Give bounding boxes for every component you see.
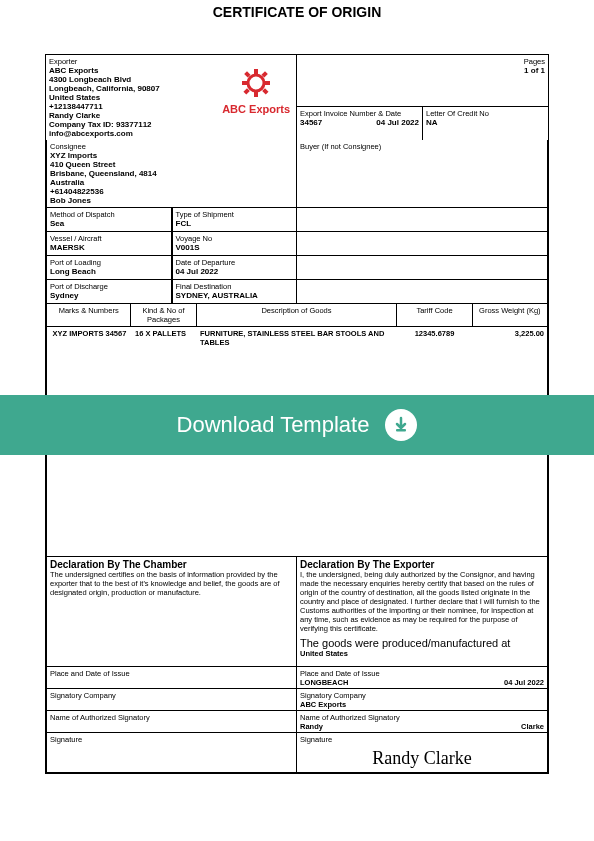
exporter-decl-body: I, the undersigned, being duly authorize…	[300, 570, 544, 633]
sigco-label-r: Signatory Company	[300, 691, 544, 700]
buyer-cell: Buyer (If not Consignee)	[297, 140, 548, 208]
exporter-taxid: Company Tax ID: 93377112	[49, 120, 293, 129]
consignee-label: Consignee	[50, 142, 293, 151]
chamber-body: The undersigned certifies on the basis o…	[50, 570, 293, 597]
voyage-label: Voyage No	[176, 234, 294, 243]
place-label-r: Place and Date of Issue	[300, 669, 544, 678]
place-date: 04 Jul 2022	[504, 678, 544, 687]
loc-value: NA	[426, 118, 545, 127]
col-tariff: Tariff Code	[397, 304, 472, 327]
doc-title: CERTIFICATE OF ORIGIN	[0, 0, 594, 24]
loc-label: Letter Of Credit No	[426, 109, 545, 118]
pages-value: 1 of 1	[300, 66, 545, 75]
pol-value: Long Beach	[50, 267, 168, 276]
invoice-number: 34567	[300, 118, 322, 127]
dispatch-label: Method of Dispatch	[50, 210, 168, 219]
pod-label: Port of Discharge	[50, 282, 168, 291]
line-desc: FURNITURE, STAINLESS STEEL BAR STOOLS AN…	[197, 327, 397, 349]
svg-rect-2	[254, 91, 258, 97]
auth-label-r: Name of Authorized Signatory	[300, 713, 544, 722]
dod-cell: Date of Departure 04 Jul 2022	[172, 256, 298, 280]
col-marks: Marks & Numbers	[46, 304, 131, 327]
exporter-declaration: Declaration By The Exporter I, the under…	[297, 557, 548, 667]
exporter-place-issue: Place and Date of Issue LONGBEACH 04 Jul…	[297, 667, 548, 689]
place-value: LONGBEACH	[300, 678, 348, 687]
chamber-declaration: Declaration By The Chamber The undersign…	[46, 557, 297, 667]
exporter-email: info@abcexports.com	[49, 129, 293, 138]
svg-rect-3	[242, 81, 248, 85]
banner-text: Download Template	[177, 412, 370, 438]
col-desc: Description of Goods	[197, 304, 398, 327]
dod-label: Date of Departure	[176, 258, 294, 267]
auth-first: Randy	[300, 722, 323, 731]
chamber-auth-sig: Name of Authorized Signatory	[46, 711, 297, 733]
download-icon	[385, 409, 417, 441]
pod-value: Sydney	[50, 291, 168, 300]
sigco-value: ABC Exports	[300, 700, 544, 709]
svg-rect-4	[264, 81, 270, 85]
invoice-date: 04 Jul 2022	[376, 118, 419, 127]
signature-value: Randy Clarke	[300, 744, 544, 769]
pol-label: Port of Loading	[50, 258, 168, 267]
shiptype-value: FCL	[176, 219, 294, 228]
chamber-signature: Signature	[46, 733, 297, 773]
line-weight: 3,225.00	[472, 327, 547, 349]
pages-label: Pages	[300, 57, 545, 66]
logo-text: ABC Exports	[222, 103, 290, 115]
fdest-value: SYDNEY, AUSTRALIA	[176, 291, 294, 300]
company-logo: ABC Exports	[222, 67, 290, 115]
vessel-cell: Vessel / Aircraft MAERSK	[46, 232, 172, 256]
invoice-cell: Export Invoice Number & Date 34567 04 Ju…	[297, 107, 422, 140]
auth-label-l: Name of Authorized Signatory	[50, 713, 293, 722]
auth-last: Clarke	[521, 722, 544, 731]
line-tariff: 12345.6789	[397, 327, 472, 349]
vessel-value: MAERSK	[50, 243, 168, 252]
shiptype-cell: Type of Shipment FCL	[172, 208, 298, 232]
chamber-place-issue: Place and Date of Issue	[46, 667, 297, 689]
dispatch-cell: Method of Dispatch Sea	[46, 208, 172, 232]
pod-cell: Port of Discharge Sydney	[46, 280, 172, 304]
consignee-cell: Consignee XYZ Imports 410 Queen Street B…	[46, 140, 297, 208]
col-weight: Gross Weight (Kg)	[473, 304, 548, 327]
line-marks: XYZ IMPORTS 34567	[47, 327, 132, 349]
consignee-addr1: 410 Queen Street	[50, 160, 293, 169]
dispatch-value: Sea	[50, 219, 168, 228]
pol-cell: Port of Loading Long Beach	[46, 256, 172, 280]
chamber-sig-company: Signatory Company	[46, 689, 297, 711]
dod-value: 04 Jul 2022	[176, 267, 294, 276]
exporter-sig-company: Signatory Company ABC Exports	[297, 689, 548, 711]
voyage-value: V001S	[176, 243, 294, 252]
chamber-head: Declaration By The Chamber	[50, 559, 293, 570]
fdest-cell: Final Destination SYDNEY, AUSTRALIA	[172, 280, 298, 304]
vessel-label: Vessel / Aircraft	[50, 234, 168, 243]
svg-rect-9	[396, 429, 406, 432]
exporter-auth-sig: Name of Authorized Signatory Randy Clark…	[297, 711, 548, 733]
produced-at: The goods were produced/manufactured at	[300, 637, 544, 649]
fdest-label: Final Destination	[176, 282, 294, 291]
svg-rect-1	[254, 69, 258, 75]
shiptype-label: Type of Shipment	[176, 210, 294, 219]
col-kind: Kind & No of Packages	[131, 304, 196, 327]
consignee-name: XYZ Imports	[50, 151, 293, 160]
loc-cell: Letter Of Credit No NA	[422, 107, 548, 140]
invoice-label: Export Invoice Number & Date	[300, 109, 419, 118]
sigco-label-l: Signatory Company	[50, 691, 293, 700]
table-row: XYZ IMPORTS 34567 16 X PALLETS FURNITURE…	[47, 327, 547, 349]
download-template-button[interactable]: Download Template	[0, 395, 594, 455]
produced-country: United States	[300, 649, 544, 658]
svg-point-0	[248, 75, 264, 91]
buyer-label: Buyer (If not Consignee)	[300, 142, 544, 151]
place-label-l: Place and Date of Issue	[50, 669, 293, 678]
consignee-addr2: Brisbane, Queensland, 4814	[50, 169, 293, 178]
line-kind: 16 X PALLETS	[132, 327, 197, 349]
exporter-signature: Signature Randy Clarke	[297, 733, 548, 773]
pages-cell: Pages 1 of 1	[297, 55, 548, 107]
exporter-label: Exporter	[49, 57, 293, 66]
exporter-cell: Exporter ABC Exports 4300 Longbeach Blvd…	[46, 55, 297, 140]
consignee-phone: +61404822536	[50, 187, 293, 196]
gear-icon	[238, 67, 274, 99]
sig-label-r: Signature	[300, 735, 544, 744]
consignee-contact: Bob Jones	[50, 196, 293, 205]
consignee-country: Australia	[50, 178, 293, 187]
exporter-decl-head: Declaration By The Exporter	[300, 559, 544, 570]
